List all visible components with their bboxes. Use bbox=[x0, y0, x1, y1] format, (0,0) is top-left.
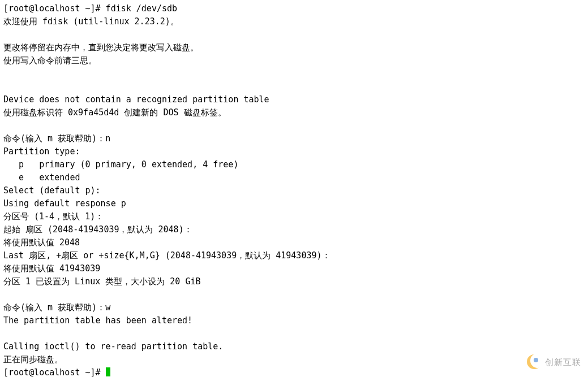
terminal-line: 使用写入命令前请三思。 bbox=[3, 55, 97, 66]
terminal-line: 正在同步磁盘。 bbox=[3, 354, 63, 365]
terminal-line: Select (default p): bbox=[3, 185, 101, 196]
terminal-line: Device does not contain a recognized par… bbox=[3, 94, 269, 105]
terminal-line: 起始 扇区 (2048-41943039，默认为 2048)： bbox=[3, 224, 192, 235]
terminal-line: Calling ioctl() to re-read partition tab… bbox=[3, 341, 223, 352]
terminal-line: The partition table has been altered! bbox=[3, 315, 192, 326]
terminal-line: 欢迎使用 fdisk (util-linux 2.23.2)。 bbox=[3, 16, 179, 27]
terminal-line: 更改将停留在内存中，直到您决定将更改写入磁盘。 bbox=[3, 42, 199, 53]
terminal-line: 分区号 (1-4，默认 1)： bbox=[3, 211, 104, 222]
terminal-line: 命令(输入 m 获取帮助)：w bbox=[3, 302, 110, 313]
terminal-line: Last 扇区, +扇区 or +size{K,M,G} (2048-41943… bbox=[3, 250, 331, 261]
terminal-line: 分区 1 已设置为 Linux 类型，大小设为 20 GiB bbox=[3, 276, 201, 287]
terminal-line: e extended bbox=[3, 172, 80, 183]
terminal-line: p primary (0 primary, 0 extended, 4 free… bbox=[3, 159, 238, 170]
terminal-line: Partition type: bbox=[3, 146, 80, 157]
terminal-line: 使用磁盘标识符 0x9fa45d4d 创建新的 DOS 磁盘标签。 bbox=[3, 107, 226, 118]
terminal-prompt: [root@localhost ~]# bbox=[3, 367, 106, 377]
terminal-line: [root@localhost ~]# fdisk /dev/sdb bbox=[3, 3, 177, 14]
cursor-block-icon bbox=[106, 367, 110, 376]
terminal-line: 将使用默认值 2048 bbox=[3, 237, 80, 248]
terminal-line: 将使用默认值 41943039 bbox=[3, 263, 100, 274]
terminal-output[interactable]: [root@localhost ~]# fdisk /dev/sdb 欢迎使用 … bbox=[0, 0, 588, 377]
terminal-line: Using default response p bbox=[3, 198, 126, 209]
terminal-line: 命令(输入 m 获取帮助)：n bbox=[3, 133, 110, 144]
